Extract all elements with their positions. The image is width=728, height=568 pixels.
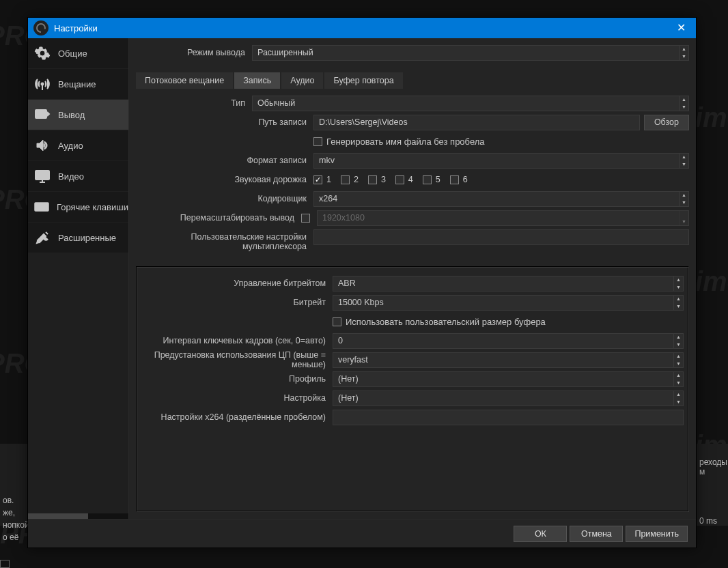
spinner-icon[interactable]: ▲▼ <box>673 333 683 349</box>
nospace-checkbox[interactable] <box>313 137 322 146</box>
audio-tracks: 1 2 3 4 5 6 <box>313 175 468 184</box>
output-mode-select[interactable]: Расширенный ▲▼ <box>252 45 689 61</box>
format-label: Формат записи <box>136 156 313 165</box>
bitrate-input[interactable]: 15000 Kbps ▲▼ <box>333 295 684 311</box>
format-select[interactable]: mkv ▲▼ <box>313 153 689 169</box>
sidebar-item-label: Видео <box>58 171 84 182</box>
output-mode-label: Режим вывода <box>136 48 252 57</box>
speaker-icon <box>33 137 51 154</box>
titlebar[interactable]: Настройки ✕ <box>28 18 696 38</box>
mux-label: Пользовательские настройки мультиплексор… <box>136 229 313 251</box>
track-label: 1 <box>326 175 331 184</box>
path-input[interactable] <box>313 115 640 130</box>
bg-box <box>0 560 10 568</box>
spinner-icon[interactable]: ▲▼ <box>679 191 688 207</box>
profile-label: Профиль <box>141 374 333 384</box>
close-button[interactable]: ✕ <box>666 18 696 38</box>
track-label: 2 <box>354 175 359 184</box>
sidebar-item-advanced[interactable]: Расширенные <box>28 223 128 253</box>
obs-logo-icon <box>33 20 48 36</box>
tune-select[interactable]: (Нет) ▲▼ <box>333 390 684 406</box>
bitrate-label: Битрейт <box>141 298 333 307</box>
track-4-checkbox[interactable] <box>395 175 404 184</box>
bg-text: нопкой <box>3 519 25 531</box>
bg-panel-left: ов. же, нопкой о её <box>0 444 27 526</box>
spinner-icon[interactable]: ▲▼ <box>673 371 683 387</box>
custom-buffer-label: Использовать пользовательский размер буф… <box>346 317 546 327</box>
spinner-icon[interactable]: ▲▼ <box>673 390 683 406</box>
tab-replay-buffer[interactable]: Буфер повтора <box>324 72 402 89</box>
apply-button[interactable]: Применить <box>626 526 688 542</box>
window-title: Настройки <box>54 23 666 33</box>
x264-opts-input[interactable] <box>333 410 684 425</box>
cpu-preset-label: Предустановка использования ЦП (выше = м… <box>141 350 333 369</box>
sidebar-item-general[interactable]: Общие <box>28 38 128 68</box>
output-tabs: Потоковое вещание Запись Аудио Буфер пов… <box>136 72 689 89</box>
bg-text: же, <box>3 507 25 519</box>
custom-buffer-checkbox[interactable] <box>333 317 341 326</box>
sidebar-item-audio[interactable]: Аудио <box>28 130 128 160</box>
sidebar: Общие Вещание Вывод Аудио Видео Горячие … <box>28 38 129 519</box>
sidebar-item-stream[interactable]: Вещание <box>28 69 128 99</box>
track-6-checkbox[interactable] <box>450 175 459 184</box>
rescale-select: 1920x1080 ▼ <box>317 210 689 226</box>
dialog-footer: ОК Отмена Применить <box>28 519 696 548</box>
keyint-input[interactable]: 0 ▲▼ <box>333 333 684 349</box>
cancel-button[interactable]: Отмена <box>570 526 623 542</box>
profile-select[interactable]: (Нет) ▲▼ <box>333 371 684 387</box>
bg-text: реходы м <box>699 457 725 477</box>
bg-panel-right: реходы м 0 ms <box>697 444 728 526</box>
encoder-value: x264 <box>319 194 337 203</box>
spinner-icon[interactable]: ▲▼ <box>673 295 683 311</box>
spinner-icon[interactable]: ▲▼ <box>673 276 683 292</box>
sidebar-item-hotkeys[interactable]: Горячие клавиши <box>28 192 128 222</box>
spinner-icon[interactable]: ▲▼ <box>679 45 688 61</box>
settings-dialog: Настройки ✕ Общие Вещание Вывод Аудио <box>27 17 697 548</box>
bg-text: о её <box>3 531 25 543</box>
rate-control-value: ABR <box>338 279 356 288</box>
tools-icon <box>33 229 51 246</box>
rate-control-select[interactable]: ABR ▲▼ <box>333 276 684 292</box>
sidebar-item-output[interactable]: Вывод <box>28 100 128 130</box>
spinner-icon[interactable]: ▲▼ <box>673 352 683 368</box>
mux-input[interactable] <box>313 229 689 245</box>
keyint-label: Интервал ключевых кадров (сек, 0=авто) <box>141 336 333 345</box>
track-5-checkbox[interactable] <box>423 175 432 184</box>
monitor-icon <box>33 167 51 185</box>
spinner-icon[interactable]: ▲▼ <box>679 153 688 169</box>
ok-button[interactable]: ОК <box>514 526 567 542</box>
browse-button[interactable]: Обзор <box>644 115 689 130</box>
track-label: Звуковая дорожка <box>136 175 313 184</box>
encoder-label: Кодировщик <box>136 194 313 203</box>
output-mode-value: Расширенный <box>257 48 313 57</box>
type-select[interactable]: Обычный ▲▼ <box>252 96 689 111</box>
rescale-checkbox[interactable] <box>301 214 310 223</box>
output-icon <box>33 106 51 124</box>
sidebar-item-label: Расширенные <box>58 233 116 243</box>
sidebar-item-label: Аудио <box>58 141 83 151</box>
svg-rect-2 <box>36 171 49 180</box>
track-label: 4 <box>408 175 413 184</box>
tab-recording[interactable]: Запись <box>234 72 280 89</box>
nospace-label: Генерировать имя файла без пробела <box>326 137 485 147</box>
track-2-checkbox[interactable] <box>341 175 350 184</box>
sidebar-scrollbar[interactable] <box>28 513 128 519</box>
cpu-preset-value: veryfast <box>338 355 368 365</box>
encoder-select[interactable]: x264 ▲▼ <box>313 191 689 207</box>
keyint-value: 0 <box>338 336 343 345</box>
track-label: 5 <box>436 175 440 184</box>
broadcast-icon <box>33 75 51 93</box>
tab-audio[interactable]: Аудио <box>281 72 323 89</box>
track-3-checkbox[interactable] <box>368 175 377 184</box>
sidebar-item-video[interactable]: Видео <box>28 161 128 191</box>
tab-streaming[interactable]: Потоковое вещание <box>136 72 233 89</box>
cpu-preset-select[interactable]: veryfast ▲▼ <box>333 352 684 368</box>
sidebar-item-label: Общие <box>58 48 87 59</box>
sidebar-item-label: Горячие клавиши <box>57 202 128 212</box>
spinner-icon[interactable]: ▲▼ <box>679 96 688 111</box>
x264-opts-label: Настройки x264 (разделённые пробелом) <box>141 412 333 422</box>
path-label: Путь записи <box>136 117 313 127</box>
track-1-checkbox[interactable] <box>313 175 322 184</box>
bg-text: ов. <box>3 494 25 507</box>
keyboard-icon <box>33 198 50 216</box>
